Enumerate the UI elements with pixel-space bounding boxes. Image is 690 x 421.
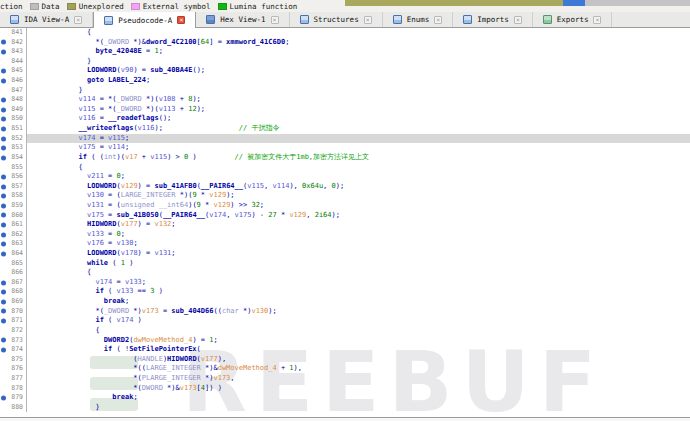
tab-exports[interactable]: Exports× [533,12,613,27]
tab-enums[interactable]: Enums× [383,12,454,27]
code-text: *(DWORD *)&v173[4]) ) [27,384,690,394]
enums-icon [393,15,402,24]
close-icon[interactable]: × [364,16,372,24]
line-number: 865 [11,259,26,269]
close-icon[interactable]: × [514,16,522,24]
close-icon[interactable]: × [434,16,442,24]
code-line[interactable]: 850 v116 = __readeflags(); [0,114,690,124]
gutter: 851 [0,124,27,134]
code-line[interactable]: 842 *(_OWORD *)&dword_4C2100[64] = xmmwo… [0,38,690,48]
code-line[interactable]: 845 LODWORD(v90) = sub_40BA4E(); [0,66,690,76]
line-number: 880 [11,403,26,413]
line-number: 848 [11,95,26,105]
code-line[interactable]: 848 v114 = *(_DWORD *)(v108 + 8); [0,95,690,105]
code-line[interactable]: 875 (HANDLE)HIDWORD(v177), [0,355,690,365]
code-text: (HANDLE)HIDWORD(v177), [27,355,690,365]
code-line[interactable]: 863 v176 = v130; [0,239,690,249]
code-line[interactable]: 869 break; [0,297,690,307]
line-marker-dot [1,50,6,55]
legend-label: Data [42,2,60,11]
code-line[interactable]: 865 while ( 1 ) [0,259,690,269]
tab-pseudocode-a[interactable]: Pseudocode-A× [93,12,196,28]
line-number: 876 [11,364,26,374]
code-line[interactable]: 847 } [0,86,690,96]
line-number: 862 [11,230,26,240]
legend-items: DataUnexploredExternal symbolLumina func… [30,2,298,11]
line-number: 852 [11,134,26,144]
code-line[interactable]: 846 goto LABEL_224; [0,76,690,86]
code-line[interactable]: 856 v211 = 0; [0,172,690,182]
gutter: 855 [0,163,27,173]
code-line[interactable]: 841 { [0,28,690,38]
code-line[interactable]: 872 { [0,326,690,336]
line-marker-dot [1,146,6,151]
code-line[interactable]: 862 v133 = 0; [0,230,690,240]
code-text: goto LABEL_224; [27,76,690,86]
code-line[interactable]: 871 if ( v174 ) [0,316,690,326]
code-line[interactable]: 874 if ( !SetFilePointerEx( [0,345,690,355]
legend-label: Unexplored [79,2,124,11]
gutter: 879 [0,393,27,403]
gutter: 849 [0,105,27,115]
code-line[interactable]: 860 v175 = sub_41B050(__PAIR64__(v174, v… [0,211,690,221]
line-number: 859 [11,201,26,211]
gutter: 877 [0,374,27,384]
line-number: 841 [11,28,26,38]
line-marker-dot [1,347,6,352]
code-line[interactable]: 858 v130 = (LARGE_INTEGER *)(9 * v129); [0,191,690,201]
tab-hex-view-1[interactable]: Hex View-1× [196,12,289,27]
code-line[interactable]: 853 v175 = v114; [0,143,690,153]
code-line[interactable]: 868 if ( v133 == 3 ) [0,287,690,297]
navband-segment[interactable] [563,0,585,6]
code-line[interactable]: 878 *(DWORD *)&v173[4]) ) [0,384,690,394]
code-line[interactable]: 876 *((LARGE_INTEGER *)&dwMoveMethod_4 +… [0,364,690,374]
code-line[interactable]: 879 break; [0,393,690,403]
gutter: 857 [0,182,27,192]
close-icon[interactable]: × [593,16,601,24]
close-icon[interactable]: × [177,16,185,24]
navigation-band[interactable] [345,0,690,6]
code-line[interactable]: 849 v115 = *(_DWORD *)(v113 + 12); [0,105,690,115]
code-line[interactable]: 867 v174 = v133; [0,278,690,288]
line-number: 878 [11,384,26,394]
navband-segment[interactable] [345,0,563,6]
close-icon[interactable]: × [271,16,279,24]
tab-structures[interactable]: Structures× [290,12,383,27]
code-line[interactable]: 854 if ( (int)(v17 + v115) > 0 ) // 被加密文… [0,153,690,163]
line-marker-dot [1,232,6,237]
gutter: 862 [0,230,27,240]
tab-ida-view-a[interactable]: IDA View-A× [0,12,93,27]
code-line[interactable]: 866 { [0,268,690,278]
code-line[interactable]: 864 LODWORD(v178) = v131; [0,249,690,259]
code-line[interactable]: 851 __writeeflags(v116); // 干扰指令 [0,124,690,134]
code-line[interactable]: 870 *(_DWORD *)v173 = sub_404D66((char *… [0,307,690,317]
code-line[interactable]: 859 v131 = (unsigned __int64)(9 * v129) … [0,201,690,211]
code-text: } [27,86,690,96]
gutter: 863 [0,239,27,249]
line-number: 869 [11,297,26,307]
code-line[interactable]: 843 byte_42048E = 1; [0,47,690,57]
line-marker-dot [1,222,6,227]
line-marker-dot [1,280,6,285]
structures-icon [300,15,309,24]
code-line[interactable]: 861 HIDWORD(v177) = v132; [0,220,690,230]
navband-segment[interactable] [585,0,690,6]
line-marker-dot [1,395,6,400]
gutter: 850 [0,114,27,124]
code-line[interactable]: 852 v174 = v115; [0,134,690,144]
line-number: 868 [11,287,26,297]
code-line[interactable]: 873 DWORD2(dwMoveMethod_4) = 1; [0,336,690,346]
tab-bar: IDA View-A×Pseudocode-A×Hex View-1×Struc… [0,12,690,28]
code-text: *(_OWORD *)&dword_4C2100[64] = xmmword_4… [27,38,690,48]
code-line[interactable]: 877 *(PLARGE_INTEGER *)v173, [0,374,690,384]
code-line[interactable]: 844 } [0,57,690,67]
code-text: *(PLARGE_INTEGER *)v173, [27,374,690,384]
line-marker-dot [1,338,6,343]
code-line[interactable]: 857 LODWORD(v129) = sub_41AFB0(__PAIR64_… [0,182,690,192]
code-line[interactable]: 855 { [0,163,690,173]
close-icon[interactable]: × [74,16,82,24]
code-text: v175 = v114; [27,143,690,153]
tab-imports[interactable]: Imports× [453,12,533,27]
code-line[interactable]: 880 } [0,403,690,413]
code-text: if ( (int)(v17 + v115) > 0 ) // 被加密文件大于1… [27,153,690,163]
